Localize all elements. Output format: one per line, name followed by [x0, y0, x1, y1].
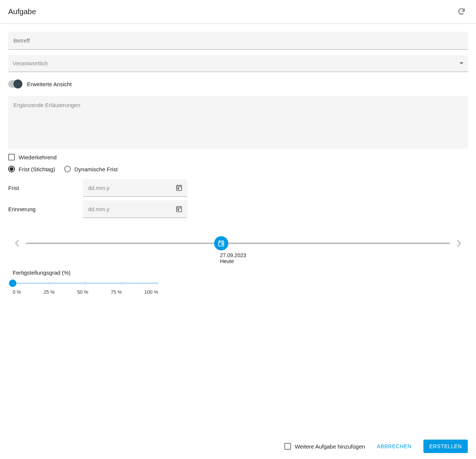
- recurring-checkbox[interactable]: Wiederkehrend: [8, 154, 57, 160]
- slider-tick-marks: [13, 282, 158, 285]
- responsible-select[interactable]: Verantwortlich: [8, 55, 468, 72]
- form-content: Verantwortlich Erweiterte Ansicht Wieder…: [0, 24, 476, 433]
- refresh-button[interactable]: [455, 5, 468, 18]
- refresh-icon: [457, 7, 466, 16]
- toggle-thumb: [13, 79, 22, 88]
- date-grid: Frist Erinnerung: [8, 179, 468, 218]
- reminder-label: Erinnerung: [8, 206, 83, 212]
- tick-75: 75 %: [111, 289, 122, 295]
- recurring-label: Wiederkehrend: [19, 154, 57, 160]
- cancel-button[interactable]: ABBRECHEN: [372, 440, 416, 453]
- dropdown-icon: [460, 62, 463, 64]
- timeline-next-button[interactable]: [454, 237, 463, 249]
- timeline-today-date: 27.09.2023: [220, 252, 246, 258]
- tick-25: 25 %: [44, 289, 55, 295]
- deadline-row: Frist: [8, 179, 468, 197]
- slider-tick-labels: 0 % 25 % 50 % 75 % 100 %: [13, 289, 158, 295]
- add-another-label: Weitere Aufgabe hinzufügen: [295, 443, 365, 450]
- svg-rect-0: [178, 188, 179, 189]
- reminder-row: Erinnerung: [8, 200, 468, 218]
- deadline-fixed-radio[interactable]: Frist (Stichtag): [8, 166, 55, 172]
- timeline-today-text: 27.09.2023 Heute: [220, 252, 246, 264]
- calendar-icon[interactable]: [175, 184, 183, 191]
- radio-selected-icon: [8, 166, 15, 172]
- timeline-track: [26, 243, 450, 244]
- slider-thumb[interactable]: [9, 280, 16, 287]
- deadline-mode-row: Frist (Stichtag) Dynamische Frist: [8, 166, 468, 172]
- notes-textarea[interactable]: [13, 101, 463, 142]
- checkbox-icon: [8, 154, 15, 160]
- calendar-icon[interactable]: [175, 205, 183, 213]
- tick-100: 100 %: [144, 289, 158, 295]
- progress-label: Fertigstellungsgrad (%): [13, 269, 158, 276]
- chevron-left-icon: [14, 239, 20, 248]
- extended-view-label: Erweiterte Ansicht: [27, 81, 72, 87]
- create-button[interactable]: ERSTELLEN: [423, 440, 468, 453]
- timeline: 27.09.2023 Heute: [13, 228, 463, 258]
- deadline-fixed-label: Frist (Stichtag): [19, 166, 55, 172]
- progress-slider[interactable]: [13, 282, 158, 284]
- subject-field[interactable]: [8, 32, 468, 50]
- radio-unselected-icon: [64, 166, 71, 172]
- deadline-date-input[interactable]: [87, 184, 175, 191]
- timeline-prev-button[interactable]: [13, 237, 22, 249]
- timeline-today-badge: [214, 236, 228, 250]
- chevron-right-icon: [456, 239, 462, 248]
- responsible-placeholder: Verantwortlich: [13, 60, 48, 66]
- dialog-footer: Weitere Aufgabe hinzufügen ABBRECHEN ERS…: [0, 433, 476, 459]
- page-title: Aufgabe: [8, 7, 36, 16]
- checkbox-icon: [284, 443, 291, 450]
- extended-view-row: Erweiterte Ansicht: [8, 80, 468, 88]
- reminder-date-input[interactable]: [87, 206, 175, 213]
- subject-input[interactable]: [13, 37, 463, 44]
- svg-rect-2: [221, 243, 223, 245]
- extended-view-toggle[interactable]: [8, 80, 22, 88]
- deadline-label: Frist: [8, 185, 83, 191]
- svg-rect-1: [178, 209, 179, 210]
- reminder-date-field[interactable]: [83, 200, 187, 218]
- notes-field[interactable]: [8, 96, 468, 149]
- timeline-today-label: Heute: [220, 258, 246, 264]
- dialog-header: Aufgabe: [0, 0, 476, 24]
- deadline-dynamic-label: Dynamische Frist: [75, 166, 118, 172]
- deadline-dynamic-radio[interactable]: Dynamische Frist: [64, 166, 118, 172]
- progress-block: Fertigstellungsgrad (%) 0 % 25 % 50 % 75…: [13, 269, 158, 295]
- add-another-checkbox[interactable]: Weitere Aufgabe hinzufügen: [284, 443, 365, 450]
- tick-0: 0 %: [13, 289, 21, 295]
- recurring-row: Wiederkehrend: [8, 154, 468, 160]
- deadline-date-field[interactable]: [83, 179, 187, 197]
- tick-50: 50 %: [77, 289, 88, 295]
- timeline-today-marker: [214, 236, 228, 250]
- event-icon: [217, 240, 225, 247]
